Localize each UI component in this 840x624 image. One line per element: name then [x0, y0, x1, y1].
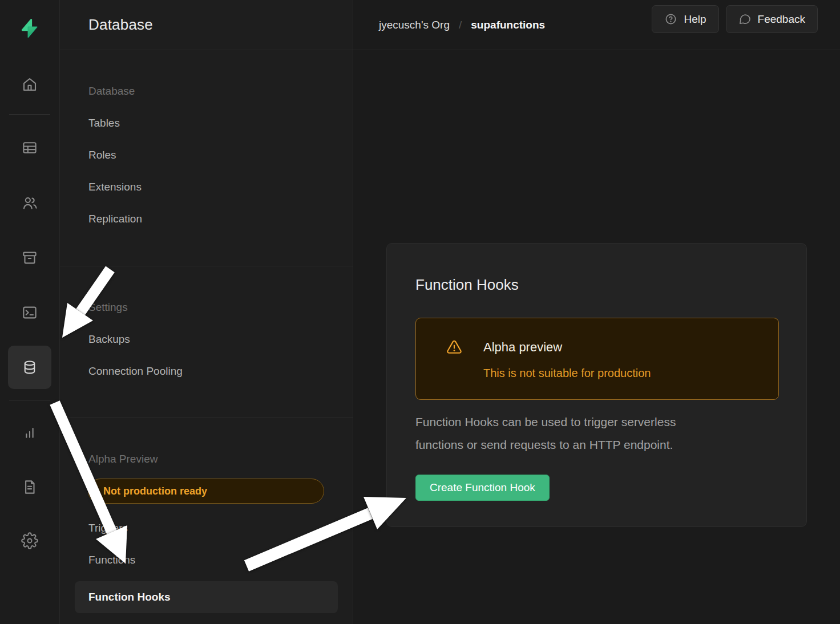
sidebar-item-triggers[interactable]: Triggers — [60, 512, 353, 544]
sidebar-item-roles[interactable]: Roles — [60, 139, 353, 171]
card-description-line2: functions or send requests to an HTTP en… — [415, 433, 778, 456]
rail-item-home[interactable] — [14, 68, 46, 100]
sidebar-group-database: Database Tables Roles Extensions Replica… — [60, 50, 353, 266]
group-header-settings: Settings — [60, 291, 353, 323]
main-header: jyecusch's Org / supafunctions Help — [353, 0, 840, 50]
rail-item-table-editor[interactable] — [14, 132, 46, 164]
rail-item-database[interactable] — [8, 346, 51, 389]
card-title: Function Hooks — [415, 275, 778, 294]
rail-item-reports[interactable] — [14, 416, 46, 448]
rail-item-sql-editor[interactable] — [14, 297, 46, 329]
breadcrumb-project[interactable]: supafunctions — [471, 19, 545, 31]
sidebar-item-function-hooks[interactable]: Function Hooks — [75, 581, 338, 613]
nav-rail — [0, 0, 60, 624]
sidebar-item-replication[interactable]: Replication — [60, 203, 353, 235]
main-area: jyecusch's Org / supafunctions Help — [353, 0, 840, 624]
supabase-bolt-icon — [17, 16, 42, 41]
alert-text: Alpha preview This is not suitable for p… — [483, 318, 651, 381]
alpha-preview-alert: Alpha preview This is not suitable for p… — [415, 318, 779, 400]
auth-users-icon — [21, 195, 38, 212]
reports-chart-icon — [21, 424, 38, 441]
sql-terminal-icon — [21, 304, 38, 321]
help-button[interactable]: Help — [652, 5, 718, 33]
home-icon — [21, 76, 38, 93]
breadcrumb-separator: / — [459, 19, 462, 31]
rail-divider — [9, 400, 50, 400]
sidebar-item-backups[interactable]: Backups — [60, 323, 353, 355]
alert-title: Alpha preview — [483, 339, 651, 356]
group-header-database: Database — [60, 75, 353, 107]
rail-divider — [9, 114, 50, 115]
sidebar-group-alpha-preview: Alpha Preview Not production ready Trigg… — [60, 418, 353, 613]
card-description-line1: Function Hooks can be used to trigger se… — [415, 411, 778, 433]
breadcrumb-org[interactable]: jyecusch's Org — [379, 19, 450, 31]
alpha-badge-row: Not production ready — [60, 475, 353, 507]
rail-item-auth[interactable] — [14, 187, 46, 219]
supabase-logo[interactable] — [14, 13, 46, 44]
logs-file-icon — [21, 479, 38, 496]
rail-item-storage[interactable] — [14, 242, 46, 274]
sidebar-title: Database — [88, 16, 153, 34]
main-content: Function Hooks Alpha preview This is not… — [353, 243, 840, 527]
function-hooks-card: Function Hooks Alpha preview This is not… — [386, 243, 807, 527]
database-sidebar: Database Database Tables Roles Extension… — [60, 0, 353, 624]
sidebar-group-settings: Settings Backups Connection Pooling — [60, 266, 353, 418]
alert-description: This is not suitable for production — [483, 365, 651, 381]
sidebar-item-extensions[interactable]: Extensions — [60, 171, 353, 203]
sidebar-item-connection-pooling[interactable]: Connection Pooling — [60, 355, 353, 387]
group-header-alpha-preview: Alpha Preview — [60, 443, 353, 475]
breadcrumb: jyecusch's Org / supafunctions — [379, 19, 545, 31]
sidebar-header: Database — [60, 0, 353, 50]
feedback-button-label: Feedback — [758, 13, 805, 26]
warning-triangle-icon — [446, 339, 463, 356]
rail-item-settings[interactable] — [14, 525, 46, 557]
feedback-bubble-icon — [738, 13, 752, 26]
help-button-label: Help — [684, 13, 706, 26]
database-icon — [21, 359, 38, 376]
app-root: Database Database Tables Roles Extension… — [0, 0, 840, 624]
rail-item-logs[interactable] — [14, 471, 46, 503]
sidebar-item-tables[interactable]: Tables — [60, 107, 353, 139]
settings-gear-icon — [21, 532, 38, 549]
sidebar-item-functions[interactable]: Functions — [60, 544, 353, 576]
feedback-button[interactable]: Feedback — [726, 5, 818, 33]
not-production-ready-badge: Not production ready — [88, 479, 324, 504]
create-function-hook-button[interactable]: Create Function Hook — [415, 475, 550, 501]
table-editor-icon — [21, 139, 38, 156]
help-circle-icon — [664, 13, 677, 26]
storage-archive-icon — [21, 249, 38, 266]
header-actions: Help Feedback — [652, 5, 818, 33]
